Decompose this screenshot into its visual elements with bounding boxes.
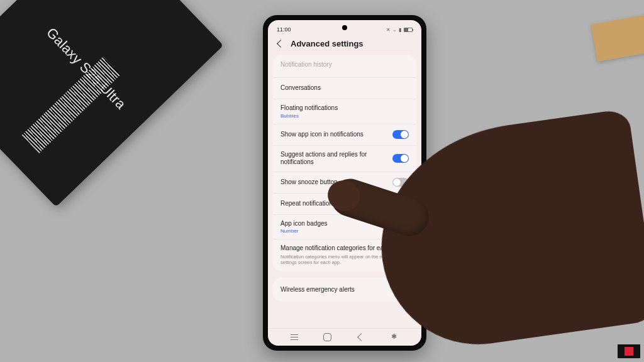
product-box-barcode [22, 57, 121, 153]
toggle-show-app-icon[interactable] [392, 130, 409, 139]
row-floating-notifications[interactable]: Floating notifications Bubbles [273, 99, 416, 124]
row-conversations[interactable]: Conversations [273, 77, 416, 99]
signal-icon: ▮ [399, 27, 401, 33]
wifi-icon: ⌵ [393, 27, 396, 33]
status-icons: ✕ ⌵ ▮ [386, 27, 413, 33]
battery-icon [404, 28, 413, 32]
page-header: Advanced settings [268, 34, 421, 55]
row-label: Floating notifications [280, 104, 409, 112]
nav-accessibility-icon[interactable] [389, 332, 401, 343]
mute-icon: ✕ [386, 27, 391, 33]
channel-watermark [618, 344, 640, 358]
row-notification-history[interactable]: Notification history [273, 56, 416, 77]
row-label: Suggest actions and replies for notifica… [280, 151, 392, 167]
system-nav-bar [268, 328, 421, 346]
back-icon[interactable] [275, 40, 284, 48]
nav-recents-icon[interactable] [289, 332, 300, 343]
page-title: Advanced settings [291, 39, 364, 48]
row-subvalue: Bubbles [280, 113, 409, 119]
nav-back-icon[interactable] [355, 332, 366, 343]
camera-hole [342, 25, 347, 30]
row-label: Conversations [280, 84, 409, 92]
product-box: Galaxy S25 Ultra [0, 0, 223, 207]
row-suggest-actions[interactable]: Suggest actions and replies for notifica… [273, 145, 416, 172]
wooden-prop [591, 14, 644, 62]
row-show-app-icon[interactable]: Show app icon in notifications [273, 124, 416, 145]
status-time: 11:00 [277, 26, 291, 33]
row-label: Show app icon in notifications [280, 131, 392, 139]
nav-home-icon[interactable] [323, 333, 331, 341]
toggle-suggest-actions[interactable] [392, 154, 409, 163]
row-label: Notification history [280, 61, 409, 69]
